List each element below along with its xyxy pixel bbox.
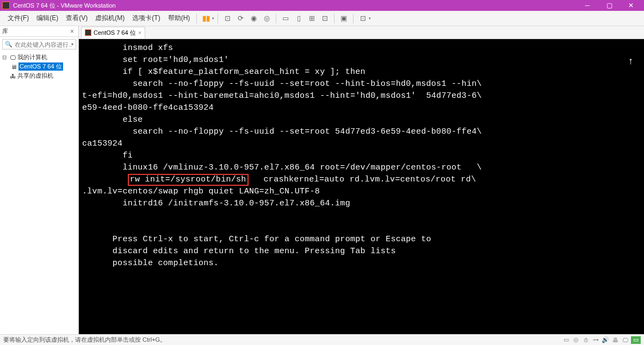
tabbar: CentOS 7 64 位 × [79, 26, 644, 39]
tab-centos[interactable]: CentOS 7 64 位 × [81, 27, 145, 39]
app-icon [2, 2, 10, 9]
message-icon[interactable]: ▭ [631, 336, 641, 344]
menu-help[interactable]: 帮助(H) [165, 12, 194, 24]
menu-edit[interactable]: 编辑(E) [33, 12, 61, 24]
vm-tree: ⊟ 🖵 我的计算机 🖥 CentOS 7 64 位 🖧 共享的虚拟机 [0, 52, 78, 81]
printer-icon[interactable]: 🖶 [611, 336, 619, 344]
vm-console[interactable]: ↑ insmod xfs set root='hd0,msdos1' if [ … [79, 39, 644, 334]
dropdown-arrow-icon[interactable]: ▾ [369, 16, 371, 21]
separator [276, 14, 276, 23]
separator [353, 14, 354, 23]
status-text: 要将输入定向到该虚拟机，请在虚拟机内部单击或按 Ctrl+G。 [3, 336, 562, 344]
layout3-button[interactable]: ⊞ [306, 12, 318, 24]
usb-icon[interactable]: ⊶ [592, 336, 599, 344]
tab-close-button[interactable]: × [138, 29, 141, 36]
tree-root-my-computer[interactable]: ⊟ 🖵 我的计算机 [2, 53, 76, 62]
cd-icon[interactable]: ◎ [572, 336, 580, 344]
tree-label: 共享的虚拟机 [17, 72, 53, 80]
separator [334, 14, 335, 23]
fullscreen-button[interactable]: ▣ [338, 12, 350, 24]
maximize-button[interactable]: ▢ [598, 0, 620, 11]
library-title: 库 [2, 27, 68, 35]
sidebar: 库 × 🔍 ▾ ⊟ 🖵 我的计算机 🖥 CentOS 7 64 位 🖧 共享的虚… [0, 26, 79, 334]
menu-view[interactable]: 查看(V) [63, 12, 91, 24]
shared-icon: 🖧 [9, 73, 16, 79]
tree-item-shared[interactable]: 🖧 共享的虚拟机 [2, 71, 76, 80]
tab-label: CentOS 7 64 位 [94, 29, 136, 37]
console-text: insmod xfs set root='hd0,msdos1' if [ x$… [82, 42, 641, 269]
sidebar-close-button[interactable]: × [68, 28, 76, 35]
collapse-icon[interactable]: ⊟ [2, 54, 8, 60]
statusbar: 要将输入定向到该虚拟机，请在虚拟机内部单击或按 Ctrl+G。 ▭ ◎ ⫛ ⊶ … [0, 334, 644, 345]
layout2-button[interactable]: ▯ [293, 12, 305, 24]
search-input[interactable] [15, 41, 71, 48]
window-title: CentOS 7 64 位 - VMware Workstation [13, 2, 577, 10]
search-dropdown-icon[interactable]: ▾ [71, 42, 73, 47]
tree-label: CentOS 7 64 位 [18, 62, 63, 71]
dropdown-arrow-icon[interactable]: ▾ [212, 16, 214, 21]
layout4-button[interactable]: ⊡ [319, 12, 331, 24]
layout1-button[interactable]: ▭ [280, 12, 292, 24]
menubar: 文件(F) 编辑(E) 查看(V) 虚拟机(M) 选项卡(T) 帮助(H) ▮▮… [0, 11, 644, 26]
menu-vm[interactable]: 虚拟机(M) [92, 12, 128, 24]
search-icon: 🔍 [5, 41, 13, 48]
tree-item-centos[interactable]: 🖥 CentOS 7 64 位 [2, 62, 76, 71]
computer-icon: 🖵 [9, 54, 16, 61]
content-area: CentOS 7 64 位 × ↑ insmod xfs set root='h… [79, 26, 644, 334]
menu-file[interactable]: 文件(F) [4, 12, 32, 24]
menu-tabs[interactable]: 选项卡(T) [129, 12, 163, 24]
sidebar-search[interactable]: 🔍 ▾ [2, 39, 76, 49]
sound-icon[interactable]: 🔊 [602, 336, 609, 344]
close-button[interactable]: ✕ [620, 0, 642, 11]
unity-button[interactable]: ⊡ [357, 12, 369, 24]
tree-label: 我的计算机 [17, 53, 47, 61]
highlighted-kernel-param: rw init=/sysroot/bin/sh [128, 174, 249, 186]
display-icon[interactable]: 🖵 [621, 336, 629, 344]
device-tray: ▭ ◎ ⫛ ⊶ 🔊 🖶 🖵 ▭ [562, 336, 641, 344]
separator [196, 14, 197, 23]
network-icon[interactable]: ⫛ [582, 336, 590, 344]
main-area: 库 × 🔍 ▾ ⊟ 🖵 我的计算机 🖥 CentOS 7 64 位 🖧 共享的虚… [0, 26, 644, 334]
vm-icon [85, 29, 91, 36]
vm-icon: 🖥 [10, 64, 17, 70]
snapshot-manager-button[interactable]: ◉ [247, 12, 259, 24]
minimize-button[interactable]: ─ [577, 0, 598, 11]
disk-icon[interactable]: ▭ [562, 336, 570, 344]
screenshot-button[interactable]: ⊡ [221, 12, 233, 24]
titlebar: CentOS 7 64 位 - VMware Workstation ─ ▢ ✕ [0, 0, 644, 11]
pause-button[interactable]: ▮▮ [200, 12, 212, 24]
up-arrow-icon: ↑ [628, 55, 633, 67]
sidebar-header: 库 × [0, 26, 78, 37]
snapshot-button[interactable]: ⟳ [234, 12, 246, 24]
snapshot-revert-button[interactable]: ◎ [261, 12, 273, 24]
separator [218, 14, 218, 23]
